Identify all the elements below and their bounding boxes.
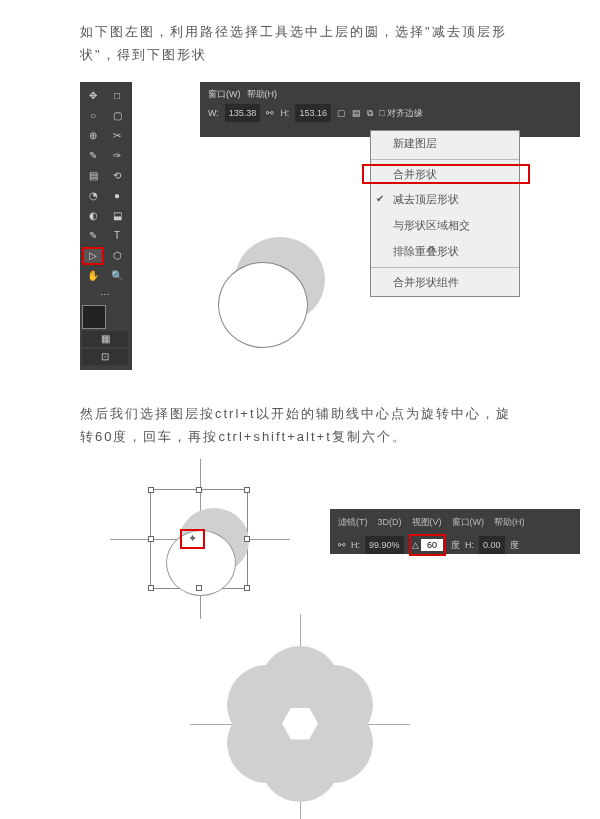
menu-new-layer[interactable]: 新建图层 <box>371 131 519 157</box>
tool-type[interactable]: T <box>106 227 128 245</box>
tool-clone[interactable]: ▤ <box>82 167 104 185</box>
arrange-icon[interactable]: ⧉ <box>367 105 373 121</box>
tool-move[interactable]: ✥ <box>82 87 104 105</box>
handle-tm[interactable] <box>196 487 202 493</box>
tool-gradient[interactable]: ● <box>106 187 128 205</box>
h-value2[interactable]: 99.90% <box>365 536 404 554</box>
skew-h-label: H: <box>465 537 474 553</box>
quickmask-icon[interactable]: ▦ <box>82 331 128 347</box>
h-label: H: <box>280 105 289 121</box>
w-label: W: <box>208 105 219 121</box>
menu-separator <box>371 267 519 268</box>
angle-unit: 度 <box>451 537 460 553</box>
menu-help[interactable]: 帮助(H) <box>247 86 278 102</box>
menu-filter[interactable]: 滤镜(T) <box>338 514 368 530</box>
tool-path-select[interactable]: ▷ <box>82 247 104 265</box>
tool-separator: ⋯ <box>82 287 128 303</box>
h-value[interactable]: 153.16 <box>295 104 331 122</box>
tool-zoom[interactable]: 🔍 <box>106 267 128 285</box>
handle-bl[interactable] <box>148 585 154 591</box>
menu-merge-components[interactable]: 合并形状组件 <box>371 270 519 296</box>
tool-hand[interactable]: ✋ <box>82 267 104 285</box>
tool-slice[interactable]: ✂ <box>106 127 128 145</box>
handle-ml[interactable] <box>148 536 154 542</box>
menu-window[interactable]: 窗口(W) <box>208 86 241 102</box>
w-value[interactable]: 135.38 <box>225 104 261 122</box>
menu-view[interactable]: 视图(V) <box>412 514 442 530</box>
tool-eyedrop[interactable]: ⊕ <box>82 127 104 145</box>
fg-bg-swatch[interactable] <box>82 305 106 329</box>
pivot-highlight: ✦ <box>180 529 205 549</box>
align-icon[interactable]: ▤ <box>352 105 361 121</box>
tool-pen[interactable]: ✎ <box>82 227 104 245</box>
link-icon[interactable]: ⚯ <box>266 105 274 121</box>
toolbox: ✥ □ ○ ▢ ⊕ ✂ ✎ ✑ ▤ ⟲ ◔ ● ◐ ⬓ ✎ T ▷ ⬡ ✋ 🔍 … <box>80 82 132 370</box>
menu-window2[interactable]: 窗口(W) <box>452 514 485 530</box>
angle-value[interactable]: 60 <box>421 539 443 551</box>
tool-blur[interactable]: ⬓ <box>106 207 128 225</box>
circles-result <box>210 232 360 382</box>
tool-crop[interactable]: ▢ <box>106 107 128 125</box>
tool-eraser[interactable]: ◔ <box>82 187 104 205</box>
tool-shape[interactable]: ⬡ <box>106 247 128 265</box>
tool-marquee[interactable]: □ <box>106 87 128 105</box>
handle-tr[interactable] <box>244 487 250 493</box>
tool-dodge[interactable]: ◐ <box>82 207 104 225</box>
menu-separator <box>371 159 519 160</box>
angle-highlight: △ 60 <box>409 534 447 556</box>
align-edges[interactable]: □ 对齐边缘 <box>379 105 423 121</box>
instruction-1: 如下图左图，利用路径选择工具选中上层的圆，选择"减去顶层形状"，得到下图形状 <box>80 20 520 67</box>
flower-result <box>210 634 390 814</box>
context-menu: 新建图层 合并形状 减去顶层形状 与形状区域相交 排除重叠形状 合并形状组件 <box>370 130 520 297</box>
menu-exclude[interactable]: 排除重叠形状 <box>371 239 519 265</box>
highlight-subtract <box>362 164 530 184</box>
screenmode-icon[interactable]: ⊡ <box>82 349 128 365</box>
link-icon2[interactable]: ⚯ <box>338 537 346 553</box>
menu-intersect[interactable]: 与形状区域相交 <box>371 213 519 239</box>
skew-h-value[interactable]: 0.00 <box>479 536 505 554</box>
handle-tl[interactable] <box>148 487 154 493</box>
h-label2: H: <box>351 537 360 553</box>
tool-brush[interactable]: ✎ <box>82 147 104 165</box>
transform-options-bar: 滤镜(T) 3D(D) 视图(V) 窗口(W) 帮助(H) ⚯ H: 99.90… <box>330 509 580 554</box>
menu-subtract-front[interactable]: 减去顶层形状 <box>371 187 519 213</box>
menu-help2[interactable]: 帮助(H) <box>494 514 525 530</box>
tool-lasso[interactable]: ○ <box>82 107 104 125</box>
angle-symbol: △ <box>412 540 419 550</box>
handle-br[interactable] <box>244 585 250 591</box>
circle-front <box>218 262 308 348</box>
pathop-icon[interactable]: ▢ <box>337 105 346 121</box>
handle-bm[interactable] <box>196 585 202 591</box>
skew-unit: 度 <box>510 537 519 553</box>
instruction-2: 然后我们选择图层按ctrl+t以开始的辅助线中心点为旋转中心，旋转60度，回车，… <box>80 402 520 449</box>
tool-pencil[interactable]: ✑ <box>106 147 128 165</box>
handle-mr[interactable] <box>244 536 250 542</box>
options-bar: 窗口(W) 帮助(H) W: 135.38 ⚯ H: 153.16 ▢ ▤ ⧉ … <box>200 82 580 137</box>
menu-3d[interactable]: 3D(D) <box>378 514 402 530</box>
tool-history[interactable]: ⟲ <box>106 167 128 185</box>
